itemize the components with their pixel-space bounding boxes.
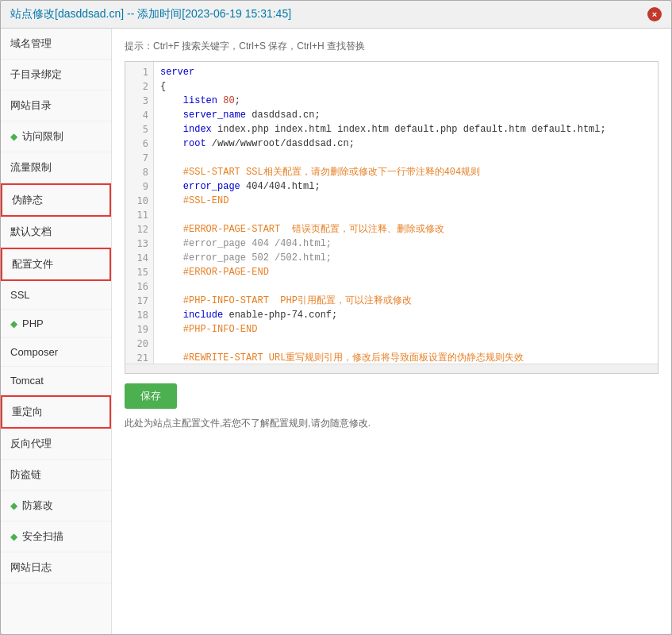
line-number: 20 [125,337,153,351]
close-button[interactable]: × [647,7,662,21]
sidebar-item-反向代理[interactable]: 反向代理 [1,429,111,460]
main-window: 站点修改[dasddsad.cn] -- 添加时间[2023-06-19 15:… [0,0,672,635]
line-number: 3 [125,94,153,108]
line-number: 6 [125,137,153,151]
sidebar-item-label: 反向代理 [10,437,52,451]
line-number: 1 [125,65,153,79]
sidebar-item-网站目录[interactable]: 网站目录 [1,90,111,121]
code-content[interactable]: server { listen 80; server_name dasddsad… [154,62,658,364]
line-number: 18 [125,308,153,322]
line-number: 21 [125,351,153,364]
line-number: 9 [125,179,153,194]
diamond-icon: ◆ [10,318,17,329]
horizontal-scrollbar[interactable] [125,364,658,373]
sidebar-item-网站日志[interactable]: 网站日志 [1,552,111,583]
content-area: 提示：Ctrl+F 搜索关键字，Ctrl+S 保存，Ctrl+H 查找替换 12… [112,29,671,634]
sidebar-item-label: 流量限制 [10,160,52,175]
sidebar-item-SSL[interactable]: SSL [1,281,111,310]
footer-note: 此处为站点主配置文件,若您不了解配置规则,请勿随意修改. [125,417,659,430]
sidebar-item-访问限制[interactable]: ◆访问限制 [1,121,111,152]
line-number: 10 [125,194,153,208]
code-editor-wrapper: 12345678910111213141516171819202122 serv… [125,61,659,374]
sidebar-item-label: 默认文档 [10,225,52,239]
diamond-icon: ◆ [10,500,17,511]
sidebar-item-label: 配置文件 [12,257,53,271]
sidebar-item-label: 子目录绑定 [10,67,62,82]
sidebar-item-Tomcat[interactable]: Tomcat [1,367,111,395]
sidebar: 域名管理子目录绑定网站目录◆访问限制流量限制伪静态默认文档配置文件SSL◆PHP… [1,29,112,634]
sidebar-item-安全扫描[interactable]: ◆安全扫描 [1,521,111,552]
sidebar-item-label: PHP [22,318,44,329]
line-number: 7 [125,151,153,165]
sidebar-item-label: 域名管理 [10,37,52,51]
diamond-icon: ◆ [10,531,17,542]
hint-bar: 提示：Ctrl+F 搜索关键字，Ctrl+S 保存，Ctrl+H 查找替换 [125,40,659,53]
line-number: 2 [125,79,153,94]
sidebar-item-PHP[interactable]: ◆PHP [1,310,111,338]
sidebar-item-Composer[interactable]: Composer [1,338,111,367]
sidebar-item-域名管理[interactable]: 域名管理 [1,29,111,60]
sidebar-item-label: 网站日志 [10,560,52,575]
line-number: 12 [125,222,153,237]
line-number: 5 [125,122,153,137]
sidebar-item-流量限制[interactable]: 流量限制 [1,152,111,183]
diamond-icon: ◆ [10,131,17,142]
title-bar: 站点修改[dasddsad.cn] -- 添加时间[2023-06-19 15:… [1,1,671,29]
line-number: 4 [125,108,153,122]
sidebar-item-label: 安全扫描 [22,529,63,544]
save-button[interactable]: 保存 [125,383,177,409]
sidebar-item-子目录绑定[interactable]: 子目录绑定 [1,60,111,90]
sidebar-item-label: 重定向 [12,405,43,419]
sidebar-item-label: Composer [10,346,58,358]
line-number: 8 [125,165,153,179]
sidebar-item-label: 伪静态 [12,193,43,207]
sidebar-item-防盗链[interactable]: 防盗链 [1,460,111,491]
sidebar-item-伪静态[interactable]: 伪静态 [1,183,111,217]
line-number: 11 [125,208,153,222]
line-number: 16 [125,279,153,294]
code-editor[interactable]: 12345678910111213141516171819202122 serv… [125,62,658,364]
sidebar-item-label: 防盗链 [10,468,41,482]
line-numbers: 12345678910111213141516171819202122 [125,62,154,364]
sidebar-item-label: Tomcat [10,375,44,387]
sidebar-item-label: 网站目录 [10,98,52,113]
line-number: 17 [125,294,153,308]
sidebar-item-默认文档[interactable]: 默认文档 [1,217,111,248]
line-number: 14 [125,251,153,265]
line-number: 19 [125,322,153,337]
sidebar-item-label: 防篡改 [22,498,53,513]
sidebar-item-配置文件[interactable]: 配置文件 [1,248,111,281]
sidebar-item-防篡改[interactable]: ◆防篡改 [1,491,111,521]
sidebar-item-label: 访问限制 [22,129,63,144]
line-number: 13 [125,237,153,251]
sidebar-item-重定向[interactable]: 重定向 [1,395,111,429]
window-title: 站点修改[dasddsad.cn] -- 添加时间[2023-06-19 15:… [10,7,291,21]
line-number: 15 [125,265,153,279]
main-content: 域名管理子目录绑定网站目录◆访问限制流量限制伪静态默认文档配置文件SSL◆PHP… [1,29,671,634]
sidebar-item-label: SSL [10,289,30,301]
